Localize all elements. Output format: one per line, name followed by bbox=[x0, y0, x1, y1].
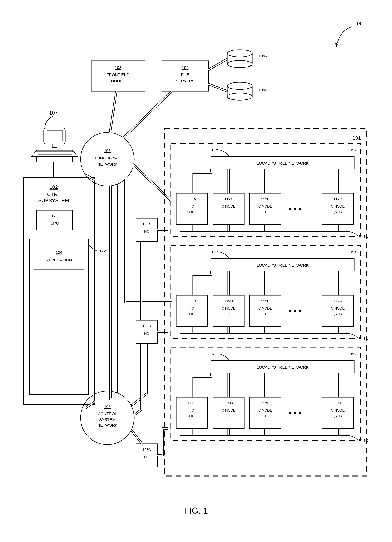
svg-text:113A: 113A bbox=[209, 148, 218, 152]
svg-text:C NODE: C NODE bbox=[258, 306, 272, 310]
svg-rect-2 bbox=[52, 144, 57, 148]
svg-text:103: 103 bbox=[115, 65, 122, 70]
svg-text:(N-1): (N-1) bbox=[334, 210, 342, 214]
svg-text:112D: 112D bbox=[224, 299, 233, 303]
svg-line-45 bbox=[110, 91, 116, 133]
svg-text:FRONT-END: FRONT-END bbox=[107, 72, 129, 77]
svg-text:CTRL: CTRL bbox=[47, 191, 60, 197]
svg-text:(N-1): (N-1) bbox=[334, 312, 342, 316]
figure-label: FIG. 1 bbox=[184, 506, 208, 515]
svg-text:NETWORK: NETWORK bbox=[97, 423, 118, 428]
hc-a: 108A HC bbox=[136, 218, 157, 242]
svg-text:108A: 108A bbox=[143, 222, 151, 226]
svg-text:0: 0 bbox=[228, 210, 230, 214]
svg-point-142 bbox=[289, 412, 291, 414]
svg-text:108B: 108B bbox=[143, 324, 151, 328]
svg-text:FILE: FILE bbox=[181, 72, 189, 77]
svg-text:112H: 112H bbox=[261, 401, 270, 405]
svg-line-36 bbox=[209, 84, 227, 91]
db-b-icon bbox=[227, 82, 252, 100]
svg-text:APPLICATION: APPLICATION bbox=[46, 258, 72, 262]
svg-point-143 bbox=[294, 412, 296, 414]
svg-text:LOCAL I/O TREE NETWORK: LOCAL I/O TREE NETWORK bbox=[257, 365, 309, 369]
svg-point-31 bbox=[227, 93, 252, 100]
svg-text:108C: 108C bbox=[142, 448, 151, 452]
svg-text:0: 0 bbox=[228, 414, 230, 418]
svg-rect-13 bbox=[37, 210, 72, 230]
svg-text:121: 121 bbox=[51, 214, 58, 218]
figure-1-diagram: 100 107 102 CTRL SUBSYSTEM 121 CPU bbox=[0, 0, 392, 542]
ctrl-subsystem: 102 CTRL SUBSYSTEM 121 CPU 122 124 APPLI… bbox=[23, 177, 106, 404]
svg-text:104: 104 bbox=[182, 65, 188, 70]
svg-text:106: 106 bbox=[104, 404, 111, 409]
svg-text:1: 1 bbox=[264, 210, 266, 214]
svg-text:NODE: NODE bbox=[187, 312, 197, 316]
svg-text:113C: 113C bbox=[209, 352, 218, 356]
svg-point-144 bbox=[299, 412, 301, 414]
svg-text:122: 122 bbox=[99, 249, 106, 253]
svg-text:HC: HC bbox=[144, 229, 149, 233]
svg-point-28 bbox=[227, 60, 252, 68]
svg-text:112C: 112C bbox=[333, 197, 342, 201]
hc-c: 108C HC bbox=[136, 444, 157, 467]
svg-text:HC: HC bbox=[144, 455, 149, 459]
svg-text:112E: 112E bbox=[261, 299, 269, 303]
svg-text:109B: 109B bbox=[258, 88, 268, 92]
svg-point-30 bbox=[227, 82, 252, 89]
svg-text:105: 105 bbox=[104, 148, 111, 153]
svg-point-119 bbox=[299, 310, 301, 312]
svg-point-93 bbox=[294, 208, 296, 210]
svg-point-117 bbox=[289, 310, 291, 312]
svg-text:NODE: NODE bbox=[187, 414, 197, 418]
svg-text:I/O: I/O bbox=[189, 408, 194, 412]
db-a-icon bbox=[227, 50, 252, 68]
svg-rect-10 bbox=[23, 177, 95, 404]
svg-text:112B: 112B bbox=[261, 197, 269, 201]
svg-text:C NODE: C NODE bbox=[258, 204, 272, 208]
svg-text:115B: 115B bbox=[347, 250, 356, 254]
svg-text:111A: 111A bbox=[188, 197, 196, 201]
svg-text:113B: 113B bbox=[209, 250, 218, 254]
pset-115C: 115C113CLOCAL I/O TREE NETWORK114C111CI/… bbox=[171, 347, 368, 443]
svg-text:LOCAL I/O TREE NETWORK: LOCAL I/O TREE NETWORK bbox=[257, 161, 309, 166]
terminal-icon bbox=[31, 128, 78, 177]
svg-text:HC: HC bbox=[144, 331, 149, 335]
svg-text:112G: 112G bbox=[224, 401, 233, 405]
ref-overall: 100 bbox=[354, 21, 363, 26]
svg-text:NODES: NODES bbox=[111, 79, 125, 83]
ref-lattice: 101 bbox=[352, 135, 361, 141]
svg-text:C NODE: C NODE bbox=[258, 408, 272, 412]
svg-line-34 bbox=[209, 59, 227, 70]
svg-text:112F: 112F bbox=[334, 299, 342, 303]
svg-text:112A: 112A bbox=[224, 197, 233, 201]
svg-text:1: 1 bbox=[264, 312, 266, 316]
svg-text:115C: 115C bbox=[347, 352, 356, 356]
ref-terminal: 107 bbox=[49, 110, 58, 116]
svg-text:I/O: I/O bbox=[189, 204, 194, 208]
svg-line-47 bbox=[124, 91, 172, 138]
svg-text:LOCAL I/O TREE NETWORK: LOCAL I/O TREE NETWORK bbox=[257, 263, 309, 267]
svg-rect-16 bbox=[30, 239, 89, 395]
svg-point-92 bbox=[289, 208, 291, 210]
svg-text:I/O: I/O bbox=[189, 306, 194, 310]
svg-text:SERVERS: SERVERS bbox=[176, 79, 195, 83]
svg-text:111B: 111B bbox=[188, 299, 196, 303]
svg-line-53 bbox=[133, 165, 172, 201]
svg-text:C NODE: C NODE bbox=[222, 204, 236, 208]
svg-point-118 bbox=[294, 310, 296, 312]
svg-text:NODE: NODE bbox=[187, 210, 197, 214]
svg-text:C NODE: C NODE bbox=[331, 408, 345, 412]
svg-text:CONTROL: CONTROL bbox=[98, 412, 117, 416]
svg-text:0: 0 bbox=[228, 312, 230, 316]
svg-text:C NODE: C NODE bbox=[222, 306, 236, 310]
ref-ctrl: 102 bbox=[49, 184, 58, 190]
svg-text:114A: 114A bbox=[359, 234, 368, 239]
svg-text:C NODE: C NODE bbox=[331, 204, 345, 208]
svg-text:SYSTEM: SYSTEM bbox=[99, 417, 115, 422]
svg-point-27 bbox=[227, 50, 252, 57]
svg-text:CPU: CPU bbox=[50, 221, 59, 225]
svg-text:112I: 112I bbox=[334, 401, 341, 405]
svg-text:109A: 109A bbox=[258, 54, 268, 58]
svg-text:C NODE: C NODE bbox=[222, 408, 236, 412]
pset-115B: 115B113BLOCAL I/O TREE NETWORK114B111BI/… bbox=[171, 245, 368, 341]
